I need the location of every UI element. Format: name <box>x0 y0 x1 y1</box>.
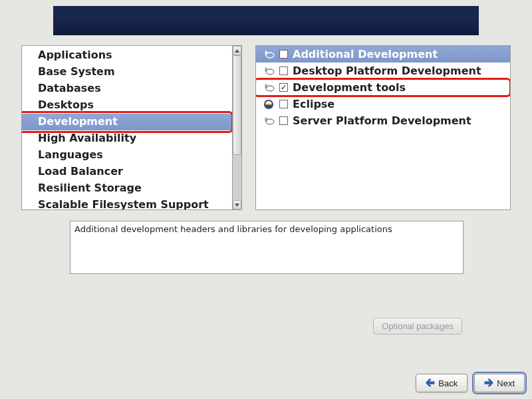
category-panel: ApplicationsBase SystemDatabasesDesktops… <box>21 45 242 210</box>
package-checkbox[interactable] <box>279 66 288 75</box>
category-scrollbar[interactable] <box>233 45 242 210</box>
svg-rect-6 <box>265 104 272 105</box>
category-listbox[interactable]: ApplicationsBase SystemDatabasesDesktops… <box>21 45 233 210</box>
package-icon <box>263 83 275 92</box>
package-listbox[interactable]: Additional DevelopmentDesktop Platform D… <box>255 45 511 210</box>
package-panel: Additional DevelopmentDesktop Platform D… <box>255 45 511 210</box>
package-item[interactable]: ✓Development tools <box>256 79 510 96</box>
package-label: Additional Development <box>293 47 438 61</box>
description-text: Additional development headers and libra… <box>74 224 392 234</box>
package-label: Eclipse <box>293 97 334 111</box>
package-checkbox[interactable]: ✓ <box>279 83 288 92</box>
package-icon <box>263 50 275 59</box>
package-item[interactable]: Desktop Platform Development <box>256 63 510 79</box>
optional-packages-button: Optional packages <box>373 318 462 334</box>
optional-packages-label: Optional packages <box>382 321 454 331</box>
package-item[interactable]: Additional Development <box>256 46 510 63</box>
category-item[interactable]: Base System <box>22 64 232 80</box>
category-item[interactable]: High Availability <box>22 130 232 147</box>
package-checkbox[interactable] <box>279 50 288 59</box>
next-label: Next <box>497 378 515 388</box>
package-label: Development tools <box>293 80 406 94</box>
category-item[interactable]: Languages <box>22 147 232 164</box>
package-checkbox[interactable] <box>279 116 288 125</box>
description-box: Additional development headers and libra… <box>70 221 464 274</box>
category-item[interactable]: Databases <box>22 80 232 97</box>
category-item[interactable]: Desktops <box>22 97 232 114</box>
scroll-down-button[interactable] <box>233 200 241 209</box>
scroll-thumb[interactable] <box>233 55 241 155</box>
arrow-left-icon: 🡰 <box>426 378 435 388</box>
package-checkbox[interactable] <box>279 100 288 108</box>
back-button[interactable]: 🡰 Back <box>416 374 467 392</box>
scroll-up-button[interactable] <box>233 46 241 55</box>
category-item[interactable]: Applications <box>22 47 232 64</box>
eclipse-icon <box>263 100 275 109</box>
back-label: Back <box>438 378 458 388</box>
svg-marker-1 <box>235 203 239 207</box>
arrow-right-icon: 🡲 <box>484 378 493 388</box>
package-icon <box>263 66 275 76</box>
category-item[interactable]: Load Balancer <box>22 164 232 180</box>
category-item[interactable]: Development <box>22 114 232 130</box>
package-item[interactable]: Eclipse <box>256 96 510 112</box>
package-icon <box>263 116 275 126</box>
next-button[interactable]: 🡲 Next <box>474 374 525 392</box>
package-item[interactable]: Server Platform Development <box>256 112 510 129</box>
category-item[interactable]: Resilient Storage <box>22 180 232 197</box>
header-banner <box>53 6 479 35</box>
package-label: Server Platform Development <box>293 114 471 128</box>
category-item[interactable]: Scalable Filesystem Support <box>22 197 232 210</box>
package-label: Desktop Platform Development <box>293 64 481 78</box>
svg-marker-0 <box>235 49 239 53</box>
